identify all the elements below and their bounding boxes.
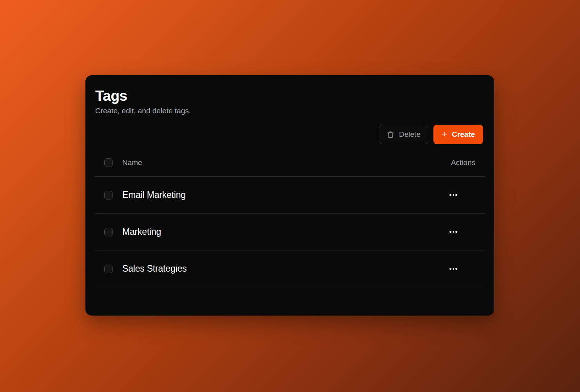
toolbar: Delete + Create bbox=[85, 125, 494, 144]
row-actions-button[interactable] bbox=[446, 261, 461, 277]
ellipsis-icon bbox=[450, 194, 451, 196]
row-checkbox[interactable] bbox=[104, 228, 113, 236]
ellipsis-icon bbox=[450, 231, 451, 233]
column-header-name: Name bbox=[122, 158, 451, 167]
row-checkbox[interactable] bbox=[104, 265, 113, 273]
create-button[interactable]: + Create bbox=[433, 125, 483, 144]
plus-icon: + bbox=[442, 129, 447, 139]
page-subtitle: Create, edit, and delete tags. bbox=[95, 106, 484, 116]
delete-button-label: Delete bbox=[399, 130, 420, 139]
ellipsis-icon bbox=[450, 268, 451, 270]
tag-name: Sales Strategies bbox=[122, 263, 446, 274]
table-row: Email Marketing bbox=[95, 177, 485, 214]
table-header-row: Name Actions bbox=[95, 149, 485, 177]
table-row: Marketing bbox=[95, 214, 485, 250]
tags-table: Name Actions Email Marketing bbox=[95, 149, 485, 287]
create-button-label: Create bbox=[452, 130, 475, 139]
column-header-actions: Actions bbox=[451, 158, 475, 167]
table-body: Email Marketing Marketing bbox=[95, 177, 485, 287]
select-all-checkbox[interactable] bbox=[104, 158, 113, 167]
row-checkbox[interactable] bbox=[104, 191, 113, 200]
page-title: Tags bbox=[95, 87, 484, 105]
delete-button[interactable]: Delete bbox=[379, 125, 428, 144]
row-actions-button[interactable] bbox=[446, 187, 461, 203]
table-row: Sales Strategies bbox=[95, 250, 485, 287]
tag-name: Email Marketing bbox=[122, 190, 446, 200]
card-header: Tags Create, edit, and delete tags. bbox=[85, 75, 494, 116]
tag-name: Marketing bbox=[122, 227, 446, 237]
tags-card: Tags Create, edit, and delete tags. Dele… bbox=[85, 75, 494, 316]
trash-icon bbox=[387, 131, 394, 138]
row-actions-button[interactable] bbox=[446, 224, 461, 240]
